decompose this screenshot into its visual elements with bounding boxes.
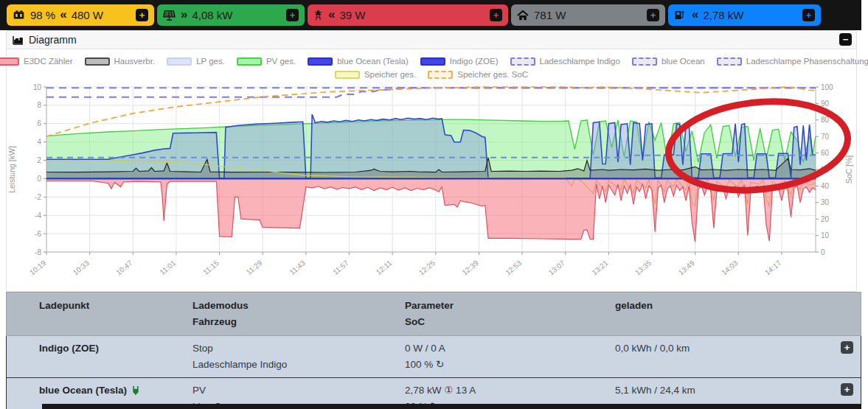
svg-text:11:15: 11:15 [201,259,221,276]
svg-text:70: 70 [821,133,830,141]
status-badge-battery: 98 %«480 W+ [7,4,154,26]
legend-label: E3DC Zähler [24,57,72,66]
legend-item[interactable]: blue Ocean (Tesla) [308,57,409,66]
chargemode-vehicle: StopLadeschlampe Indigo [192,340,405,373]
legend-swatch [167,57,192,66]
svg-text:10:47: 10:47 [114,259,134,277]
svg-text:-4: -4 [35,212,41,220]
legend-swatch [85,57,110,66]
diagram-panel: Diagramm − E3DC ZählerHausverbr.LP ges.P… [6,30,857,292]
status-badge-ev-charger: «2,78 kW+ [668,4,821,26]
legend-item[interactable]: Ladeschlampe Phasenschaltung [717,57,868,66]
collapse-button[interactable]: − [839,33,852,46]
legend-swatch [510,57,535,66]
svg-text:11:57: 11:57 [331,259,350,276]
direction-arrow-icon: » [181,7,187,22]
series-line [46,88,816,97]
diagram-panel-header: Diagramm − [7,31,856,49]
badge-expand-button[interactable]: + [490,9,502,21]
svg-text:-2: -2 [35,193,41,201]
legend-label: PV ges. [266,57,296,66]
svg-text:100: 100 [821,83,833,91]
legend-item[interactable]: E3DC Zähler [0,57,73,66]
pylon-icon [313,10,323,21]
svg-text:6: 6 [37,119,41,127]
svg-text:10:19: 10:19 [28,259,48,277]
legend-swatch [335,71,360,79]
svg-text:-6: -6 [35,230,41,238]
status-badge-solar-panel: »4,08 kW+ [157,4,305,26]
table-header-cell: ParameterSoC [405,298,615,330]
svg-text:13:07: 13:07 [547,259,567,277]
ev-charger-icon [674,10,687,21]
legend-swatch [308,57,333,66]
legend-item[interactable]: Indigo (ZOE) [420,57,499,66]
legend-item[interactable]: Ladeschlampe Indigo [510,57,620,66]
svg-text:11:01: 11:01 [159,259,178,276]
svg-text:40: 40 [821,182,830,190]
svg-text:13:49: 13:49 [677,259,697,277]
badge-expand-button[interactable]: + [136,9,148,21]
svg-text:12:11: 12:11 [375,259,394,276]
plug-icon [131,385,140,395]
chargepoint-row: Indigo (ZOE)StopLadeschlampe Indigo0 W /… [6,336,861,378]
svg-text:11:29: 11:29 [245,259,264,276]
legend-item[interactable]: PV ges. [237,57,296,66]
solar-panel-icon [163,10,176,21]
legend-label: Ladeschlampe Phasenschaltung [746,57,868,66]
svg-text:12:53: 12:53 [504,259,524,277]
badge-expand-button[interactable]: + [286,9,299,21]
legend-label: blue Ocean [662,57,705,66]
badge-value: 39 W [339,9,365,21]
svg-text:Leistung [kW]: Leistung [kW] [7,146,16,193]
legend-swatch [717,57,742,66]
chart-icon [13,35,24,45]
svg-text:12:39: 12:39 [460,259,480,277]
legend-swatch [632,57,657,66]
svg-text:-8: -8 [35,248,41,256]
direction-arrow-icon: « [60,7,66,22]
badge-value: 480 W [72,9,103,21]
svg-text:11:43: 11:43 [288,259,307,276]
svg-text:0: 0 [821,248,825,256]
legend-swatch [420,57,445,66]
series-line [46,181,816,242]
legend-label: Speicher ges. [364,70,416,79]
page: 98 %«480 W+»4,08 kW+«39 W+781 W+«2,78 kW… [0,0,868,409]
panel-title: Diagramm [29,34,77,46]
legend-label: Ladeschlampe Indigo [540,57,620,66]
legend-label: Indigo (ZOE) [450,57,499,66]
badge-expand-button[interactable]: + [647,9,659,21]
legend-label: LP ges. [196,57,225,66]
footer-bar [42,404,861,409]
badge-value: 98 % [30,9,55,21]
chargepoint-table: LadepunktLademodusFahrzeugParameterSoCge… [6,292,861,409]
status-bar: 98 %«480 W+»4,08 kW+«39 W+781 W+«2,78 kW… [0,0,861,30]
svg-text:14:17: 14:17 [763,259,783,277]
svg-text:10: 10 [821,231,830,240]
svg-text:4: 4 [37,138,41,146]
legend-item[interactable]: blue Ocean [632,57,705,66]
legend-label: Speicher ges. SoC [457,70,528,79]
legend-swatch [428,71,453,79]
energy-chart: 1086420-2-4-6-8100908070605040302010010:… [7,83,855,291]
legend-item[interactable]: Speicher ges. SoC [428,70,528,79]
legend-item[interactable]: Speicher ges. [335,70,416,79]
legend-item[interactable]: Hausverbr. [85,57,156,66]
status-badge-pylon: «39 W+ [308,4,508,26]
svg-text:30: 30 [821,198,830,206]
table-header-cell: geladen [615,298,799,330]
legend-label: Hausverbr. [114,57,156,66]
chart-legend: E3DC ZählerHausverbr.LP ges.PV ges.blue … [7,49,856,79]
chart-area: 1086420-2-4-6-8100908070605040302010010:… [7,83,855,291]
parameter-soc: 0 W / 0 A100 % ↻ [405,340,615,373]
row-expand-button[interactable]: + [841,341,853,354]
legend-item[interactable]: LP ges. [167,57,225,66]
svg-text:90: 90 [821,99,830,108]
table-header-row: LadepunktLademodusFahrzeugParameterSoCge… [6,292,861,336]
svg-text:14:03: 14:03 [720,259,740,277]
house-icon [517,10,529,21]
badge-expand-button[interactable]: + [802,9,815,21]
chargepoint-name: Indigo (ZOE) [7,340,192,373]
row-expand-button[interactable]: + [841,383,853,396]
